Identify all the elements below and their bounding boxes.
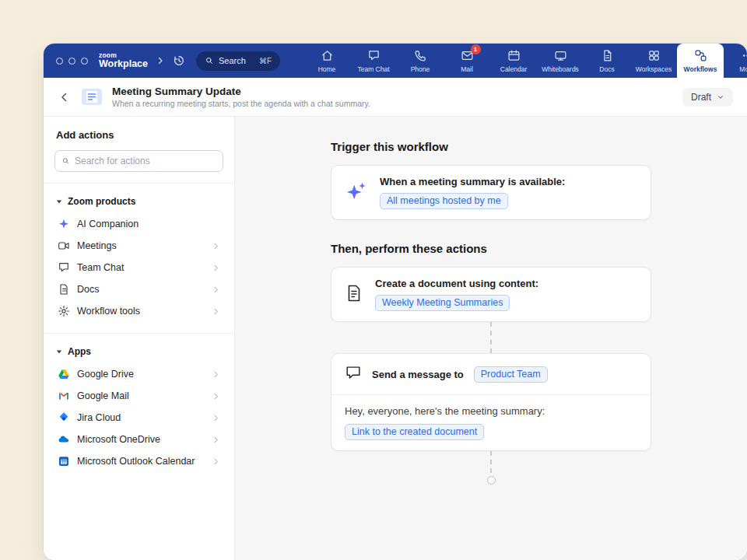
sidebar-title: Add actions xyxy=(56,129,222,141)
tab-calendar[interactable]: Calendar xyxy=(490,44,537,78)
calendar-icon xyxy=(507,49,521,62)
chat-icon xyxy=(58,261,70,274)
workflows-icon xyxy=(694,49,707,62)
chevron-right-icon xyxy=(212,370,220,379)
sidebar-item-docs[interactable]: Docs xyxy=(54,278,223,300)
chevron-right-icon xyxy=(212,414,220,422)
navbar-left: zoom Workplace Search ⌘F xyxy=(44,44,280,78)
app-window: zoom Workplace Search ⌘F Home Team xyxy=(44,44,747,560)
message-body-text: Hey, everyone, here's the meeting summar… xyxy=(345,405,637,417)
page-subtitle: When a recurring meeting starts, post th… xyxy=(112,99,370,108)
triangle-down-icon xyxy=(56,348,62,355)
sidebar-item-team-chat[interactable]: Team Chat xyxy=(54,257,223,278)
trigger-card[interactable]: When a meeting summary is available: All… xyxy=(331,165,651,220)
workflow-header: Meeting Summary Update When a recurring … xyxy=(44,78,747,117)
triangle-down-icon xyxy=(56,198,62,205)
trigger-heading: Trigger this workflow xyxy=(331,140,651,153)
chat-icon xyxy=(367,49,381,62)
status-dropdown[interactable]: Draft xyxy=(682,88,733,107)
chevron-right-icon xyxy=(212,457,220,466)
jira-icon xyxy=(58,411,70,424)
section-zoom-products[interactable]: Zoom products xyxy=(54,194,223,213)
recipient-chip[interactable]: Product Team xyxy=(474,366,548,383)
chevron-right-icon xyxy=(212,285,220,294)
document-content-chip[interactable]: Weekly Meeting Summaries xyxy=(375,295,510,311)
tab-phone[interactable]: Phone xyxy=(397,44,444,78)
search-label: Search xyxy=(219,56,246,65)
actions-search[interactable] xyxy=(54,150,223,172)
section-apps[interactable]: Apps xyxy=(54,345,223,363)
add-actions-sidebar: Add actions Zoom products AI Companion xyxy=(44,117,235,560)
ai-sparkle-icon xyxy=(345,180,368,206)
sidebar-item-google-drive[interactable]: Google Drive xyxy=(54,363,223,385)
window-control-dot[interactable] xyxy=(56,58,63,65)
chevron-right-icon[interactable] xyxy=(156,56,165,65)
chevron-right-icon xyxy=(212,392,220,401)
spacer xyxy=(331,220,651,242)
tab-whiteboards[interactable]: Whiteboards xyxy=(537,44,584,78)
send-message-card[interactable]: Send a message to Product Team Hey, ever… xyxy=(331,353,651,451)
workflow-thumbnail-icon xyxy=(81,88,103,106)
top-navbar: zoom Workplace Search ⌘F Home Team xyxy=(44,44,747,78)
search-icon xyxy=(205,56,214,65)
tab-more[interactable]: More xyxy=(724,44,747,78)
actions-heading: Then, perform these actions xyxy=(331,242,651,255)
phone-icon xyxy=(414,49,427,62)
onedrive-icon xyxy=(58,433,70,446)
sidebar-item-microsoft-onedrive[interactable]: Microsoft OneDrive xyxy=(54,429,223,450)
page-title: Meeting Summary Update xyxy=(112,86,370,97)
gmail-icon xyxy=(58,390,70,402)
gear-icon xyxy=(58,305,70,317)
divider xyxy=(44,183,234,184)
sidebar-item-meetings[interactable]: Meetings xyxy=(54,235,223,257)
doc-icon xyxy=(58,283,70,296)
nav-tabs: Home Team Chat Phone 1 Mail Calendar xyxy=(303,44,747,78)
sidebar-item-ai-companion[interactable]: AI Companion xyxy=(54,213,223,235)
docs-icon xyxy=(601,49,614,62)
tab-docs[interactable]: Docs xyxy=(584,44,630,78)
back-button[interactable] xyxy=(58,90,72,104)
message-bubble-icon xyxy=(345,364,362,384)
dashed-connector xyxy=(490,322,492,353)
home-icon xyxy=(321,49,334,62)
chevron-down-icon xyxy=(717,93,724,101)
create-document-card[interactable]: Create a document using content: Weekly … xyxy=(331,267,651,322)
trigger-scope-chip[interactable]: All meetings hosted by me xyxy=(380,193,508,209)
document-link-chip[interactable]: Link to the created document xyxy=(345,424,484,440)
add-step-node[interactable] xyxy=(487,476,496,485)
content-area: Add actions Zoom products AI Companion xyxy=(44,117,747,560)
sidebar-item-google-mail[interactable]: Google Mail xyxy=(54,385,223,407)
dashed-connector xyxy=(490,451,492,473)
status-badge: Draft xyxy=(691,92,711,103)
window-control-dot[interactable] xyxy=(81,58,88,65)
tab-home[interactable]: Home xyxy=(303,44,350,78)
tab-workspaces[interactable]: Workspaces xyxy=(630,44,677,78)
chevron-right-icon xyxy=(212,242,220,250)
search-input[interactable] xyxy=(75,156,216,166)
window-control-dot[interactable] xyxy=(68,58,75,65)
tab-workflows[interactable]: Workflows xyxy=(677,44,724,78)
tab-team-chat[interactable]: Team Chat xyxy=(350,44,397,78)
history-icon[interactable] xyxy=(173,54,185,67)
workspaces-icon xyxy=(647,49,661,62)
search-shortcut: ⌘F xyxy=(259,57,272,65)
sidebar-item-jira-cloud[interactable]: Jira Cloud xyxy=(54,407,223,429)
mail-badge: 1 xyxy=(471,44,481,54)
outlook-icon xyxy=(58,455,70,467)
title-block: Meeting Summary Update When a recurring … xyxy=(112,86,370,108)
send-message-text: Send a message to xyxy=(372,369,464,380)
chevron-right-icon xyxy=(212,436,220,444)
global-search[interactable]: Search ⌘F xyxy=(196,51,280,71)
more-icon xyxy=(741,49,747,62)
sidebar-item-microsoft-outlook-calendar[interactable]: Microsoft Outlook Calendar xyxy=(54,450,223,472)
trigger-text: When a meeting summary is available: xyxy=(380,176,565,187)
mail-icon: 1 xyxy=(461,49,474,62)
video-icon xyxy=(58,240,70,252)
whiteboard-icon xyxy=(554,49,567,62)
logo-line2: Workplace xyxy=(99,59,148,69)
ai-sparkle-icon xyxy=(58,218,70,230)
tab-mail[interactable]: 1 Mail xyxy=(444,44,490,78)
window-controls[interactable] xyxy=(56,58,88,65)
sidebar-item-workflow-tools[interactable]: Workflow tools xyxy=(54,300,223,322)
divider xyxy=(44,333,234,334)
